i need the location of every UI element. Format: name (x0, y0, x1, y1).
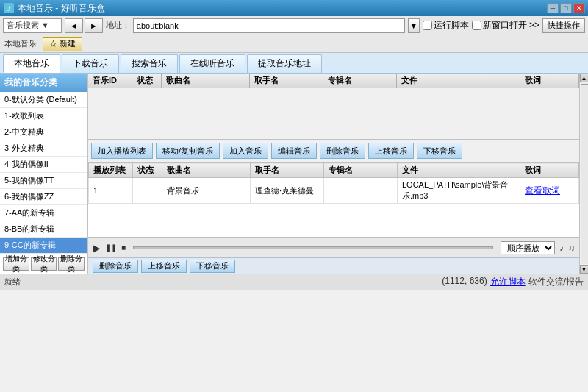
window-controls: ─ □ ✕ (547, 3, 585, 13)
lower-col-artist: 取手名 (251, 163, 324, 178)
tab-online-music[interactable]: 在线听音乐 (179, 54, 245, 73)
add-playlist-button[interactable]: 加入播放列表 (91, 143, 153, 159)
upper-table-header: 音乐ID 状态 歌曲名 取手名 专辑名 文件 歌词 (88, 74, 579, 88)
tab-local-music[interactable]: 本地音乐 (3, 54, 60, 73)
new-window-label: 新窗口打开 >> (483, 19, 539, 32)
tab-download-music[interactable]: 下载音乐 (62, 54, 119, 73)
lower-col-songname: 歌曲名 (162, 163, 251, 178)
col-lyrics: 歌词 (520, 74, 579, 88)
cell-album (324, 178, 398, 204)
right-scrollbar[interactable]: ▲ ▼ (579, 74, 588, 274)
sidebar-item-cc-new[interactable]: 9-CC的新专辑 (0, 238, 87, 254)
main-toolbar: 音乐搜索 ▼ ◄ ► 地址： ▼ 运行脚本 新窗口打开 >> 快捷操作 (0, 16, 588, 35)
tab-search-music[interactable]: 搜索音乐 (121, 54, 178, 73)
app-icon: ♪ (3, 2, 15, 14)
forward-button[interactable]: ► (85, 18, 103, 33)
title-bar: ♪ 本地音乐 - 好听音乐盒 ─ □ ✕ (0, 0, 588, 16)
lower-col-lyrics: 歌词 (520, 163, 579, 178)
sidebar-item-eur[interactable]: 1-欧歌列表 (0, 108, 87, 124)
svg-text:♪: ♪ (7, 3, 11, 13)
sidebar-item-default[interactable]: 0-默认分类 (Default) (0, 92, 87, 108)
sidebar-header: 我的音乐分类 (0, 74, 87, 92)
status-bar: 就绪 (1112, 636) 允许脚本 软件交流/报告 (0, 274, 588, 290)
scroll-thumb[interactable] (581, 84, 589, 85)
stop-button[interactable]: ■ (121, 243, 126, 252)
add-category-button[interactable]: 增加分类 (3, 257, 29, 271)
tab-fetch-music[interactable]: 提取音乐地址 (247, 54, 322, 73)
scroll-track[interactable] (581, 83, 588, 264)
content-area: 我的音乐分类 0-默认分类 (Default) 1-欧歌列表 2-中文精典 3-… (0, 74, 588, 274)
music-note-icon: ♫ (568, 243, 575, 253)
search-label: 音乐搜索 ▼ (7, 20, 49, 31)
back-button[interactable]: ◄ (65, 18, 83, 33)
main-tabs: 本地音乐 下载音乐 搜索音乐 在线听音乐 提取音乐地址 (0, 53, 588, 74)
bottom-delete-button[interactable]: 删除音乐 (93, 260, 138, 273)
cell-lyrics[interactable]: 查看歌词 (520, 178, 579, 204)
table-row[interactable]: 1 背景音乐 理查德·克莱德曼 LOCAL_PATH\sample\背景音乐.m… (89, 178, 579, 204)
edit-music-button[interactable]: 编辑音乐 (271, 143, 317, 159)
cell-file: LOCAL_PATH\sample\背景音乐.mp3 (398, 178, 520, 204)
address-dropdown[interactable]: ▼ (408, 18, 420, 33)
search-box[interactable]: 音乐搜索 ▼ (3, 18, 62, 33)
new-window-checkbox-label[interactable]: 新窗口打开 >> (472, 19, 539, 32)
cell-status (133, 178, 162, 204)
lower-col-album: 专辑名 (324, 163, 398, 178)
lower-table: 播放列表 状态 歌曲名 取手名 专辑名 文件 歌词 1 (88, 163, 579, 237)
col-status: 状态 (132, 74, 162, 88)
lyrics-link[interactable]: 查看歌词 (525, 185, 560, 196)
sidebar-item-chinese[interactable]: 2-中文精典 (0, 124, 87, 140)
script-checkbox-label[interactable]: 运行脚本 (423, 19, 469, 32)
status-links: (1112, 636) 允许脚本 软件交流/报告 (442, 276, 584, 288)
nav-buttons: ◄ ► (65, 18, 103, 33)
allow-script-link[interactable]: 允许脚本 (490, 276, 526, 288)
sidebar-bottom-buttons: 增加分类 修改分类 删除分类 (0, 254, 87, 274)
maximize-button[interactable]: □ (560, 3, 572, 13)
sidebar-item-idol3[interactable]: 6-我的偶像ZZ (0, 189, 87, 205)
local-music-label: 本地音乐 (4, 38, 37, 49)
col-musicid: 音乐ID (88, 74, 132, 88)
address-input[interactable] (133, 18, 405, 33)
upper-table: 音乐ID 状态 歌曲名 取手名 专辑名 文件 歌词 (88, 74, 579, 140)
sidebar-item-idol1[interactable]: 4-我的偶像II (0, 157, 87, 173)
right-panel: 音乐ID 状态 歌曲名 取手名 专辑名 文件 歌词 加入播放列表 移动/复制音乐… (88, 74, 579, 274)
quick-ops-button[interactable]: 快捷操作 (542, 18, 585, 33)
close-button[interactable]: ✕ (573, 3, 585, 13)
scroll-up-arrow[interactable]: ▲ (580, 74, 589, 82)
progress-track[interactable] (133, 246, 493, 249)
sidebar-items: 0-默认分类 (Default) 1-欧歌列表 2-中文精典 3-外文精典 4-… (0, 92, 87, 254)
bottom-download-button[interactable]: 下移音乐 (190, 260, 235, 273)
delete-music-button[interactable]: 删除音乐 (320, 143, 365, 159)
download-music-button[interactable]: 下移音乐 (417, 143, 462, 159)
pause-button[interactable]: ❚❚ (105, 243, 117, 252)
delete-category-button[interactable]: 删除分类 (58, 257, 85, 271)
script-checkbox[interactable] (423, 21, 432, 30)
music-data-table: 播放列表 状态 歌曲名 取手名 专辑名 文件 歌词 1 (88, 163, 579, 204)
scroll-down-arrow[interactable]: ▼ (580, 265, 589, 274)
lower-col-status: 状态 (133, 163, 162, 178)
col-album: 专辑名 (323, 74, 397, 88)
sidebar: 我的音乐分类 0-默认分类 (Default) 1-欧歌列表 2-中文精典 3-… (0, 74, 88, 274)
secondary-toolbar: 本地音乐 ☆ 新建 (0, 35, 588, 53)
sidebar-item-aa-new[interactable]: 7-AA的新专辑 (0, 205, 87, 221)
col-songname: 歌曲名 (162, 74, 250, 88)
edit-category-button[interactable]: 修改分类 (31, 257, 57, 271)
volume-icon: ♪ (559, 243, 564, 253)
sidebar-item-idol2[interactable]: 5-我的偶像TT (0, 173, 87, 189)
play-button[interactable]: ▶ (93, 242, 101, 254)
lower-col-file: 文件 (398, 163, 520, 178)
sidebar-item-bb-new[interactable]: 8-BB的新专辑 (0, 221, 87, 238)
window-title: 本地音乐 - 好听音乐盒 (18, 2, 547, 15)
move-copy-button[interactable]: 移动/复制音乐 (156, 143, 220, 159)
minimize-button[interactable]: ─ (547, 3, 559, 13)
separator: 软件交流/报告 (528, 276, 584, 288)
address-bar: 地址： ▼ (106, 18, 420, 33)
upload-music-button[interactable]: 上移音乐 (368, 143, 414, 159)
new-window-checkbox[interactable] (472, 21, 481, 30)
new-button[interactable]: ☆ 新建 (43, 37, 82, 51)
bottom-upload-button[interactable]: 上移音乐 (141, 260, 187, 273)
sidebar-item-foreign[interactable]: 3-外文精典 (0, 140, 87, 157)
coordinates-text: (1112, 636) (442, 276, 487, 288)
col-file: 文件 (397, 74, 520, 88)
add-music-button[interactable]: 加入音乐 (223, 143, 268, 159)
play-mode-dropdown[interactable]: 顺序播放 (501, 241, 555, 254)
